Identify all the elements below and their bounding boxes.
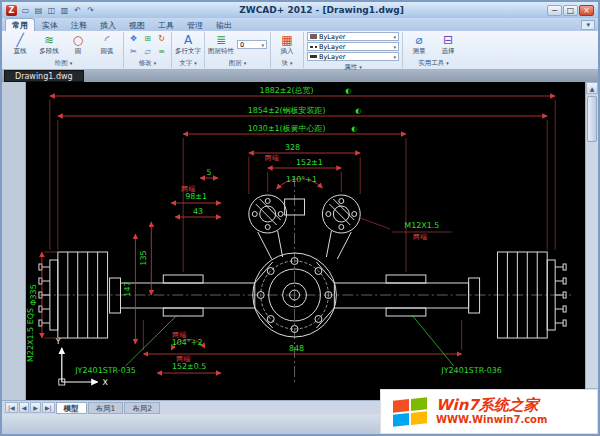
watermark-url: WWW.Winwin7.com xyxy=(436,414,547,426)
balance-symbol: ◐ xyxy=(345,87,351,95)
layer-properties-tool[interactable]: ≣ 图层特性 xyxy=(208,34,234,56)
save-file-icon[interactable]: ◫ xyxy=(46,6,57,15)
tab-model[interactable]: 模型 xyxy=(56,402,87,414)
chevron-down-icon: ▾ xyxy=(244,60,247,66)
next-layout-button[interactable]: ▶ xyxy=(30,402,41,413)
watermark: Win7系统之家 WWW.Winwin7.com xyxy=(380,389,598,434)
ribbon-group-layers: ≣ 图层特性 0 ▾ 图层▾ xyxy=(204,32,270,68)
layer-select[interactable]: 0 ▾ xyxy=(237,40,267,49)
main-area: 1882±2(总宽) ◐ 1854±2(钢板安装距) ◐ 1030±1(板簧中心… xyxy=(2,82,598,400)
color-select[interactable]: ByLayer ▾ xyxy=(307,32,399,41)
group-label-utility[interactable]: 实用工具▾ xyxy=(406,58,461,68)
dim-147: 147 xyxy=(123,281,132,296)
tab-annotate[interactable]: 注释 xyxy=(65,19,93,31)
linetype-chip xyxy=(310,46,317,48)
dim-phi335: Φ335 xyxy=(29,284,38,306)
last-layout-button[interactable]: ▶| xyxy=(42,402,55,413)
lineweight-select[interactable]: ByLayer ▾ xyxy=(307,52,399,61)
lineweight-chip xyxy=(310,55,317,58)
document-tab[interactable]: Drawing1.dwg xyxy=(4,70,84,82)
block-icon: ▦ xyxy=(281,34,292,47)
dim-43: 43 xyxy=(193,207,203,216)
mtext-tool[interactable]: A 多行文字 xyxy=(175,34,201,56)
new-file-icon[interactable]: ▭ xyxy=(20,6,31,15)
window-controls: − □ × xyxy=(547,5,594,16)
chevron-down-icon: ▾ xyxy=(446,60,449,66)
tab-home[interactable]: 常用 xyxy=(5,18,35,31)
title-bar: Z ▭ ▤ ◫ ▥ ↶ ↷ ZWCAD+ 2012 - [Drawing1.dw… xyxy=(2,2,598,18)
group-label-draw[interactable]: 绘图▾ xyxy=(7,58,120,68)
move-tool-icon[interactable]: ✥ xyxy=(127,33,140,45)
copy-tool-icon[interactable]: ⊞ xyxy=(141,33,154,45)
group-label-modify[interactable]: 修改▾ xyxy=(127,58,168,68)
first-layout-button[interactable]: |◀ xyxy=(5,402,18,413)
group-label-text[interactable]: 文字▾ xyxy=(175,58,201,68)
trim-tool-icon[interactable]: ✂ xyxy=(127,46,140,58)
minimize-button[interactable]: − xyxy=(547,5,562,16)
tab-layout2[interactable]: 布局2 xyxy=(124,402,160,414)
polyline-tool[interactable]: ≋ 多段线 xyxy=(36,34,62,56)
line-tool[interactable]: ╱ 直线 xyxy=(7,34,33,56)
close-button[interactable]: × xyxy=(579,5,594,16)
maximize-button[interactable]: □ xyxy=(563,5,578,16)
redo-icon[interactable]: ↷ xyxy=(85,6,96,15)
scrollbar-track[interactable] xyxy=(586,94,598,388)
ribbon-options-button[interactable]: ▾ xyxy=(581,20,595,30)
chevron-down-icon: ▾ xyxy=(393,34,396,40)
dim-total-width: 1882±2(总宽) xyxy=(260,86,314,95)
print-icon[interactable]: ▥ xyxy=(59,6,70,15)
scrollbar-thumb[interactable] xyxy=(587,96,597,142)
linetype-select[interactable]: ByLayer ▾ xyxy=(307,42,399,51)
note-both-ends: 两端 xyxy=(176,355,190,363)
select-tool[interactable]: ⊟ 选择 xyxy=(435,34,461,56)
ribbon-group-properties: ByLayer ▾ ByLayer ▾ ByLayer ▾ xyxy=(303,32,402,68)
measure-tool[interactable]: ⌀ 测量 xyxy=(406,34,432,56)
axle-drawing: 1882±2(总宽) ◐ 1854±2(钢板安装距) ◐ 1030±1(板簧中心… xyxy=(26,82,585,400)
centerlines xyxy=(40,176,571,384)
dim-135: 135 xyxy=(139,250,148,265)
tab-insert[interactable]: 插入 xyxy=(94,19,122,31)
tab-layout1[interactable]: 布局1 xyxy=(88,402,124,414)
dimension-lines xyxy=(42,96,555,373)
chevron-down-icon: ▾ xyxy=(393,44,396,50)
dim-m22: M22X1.5 EQS xyxy=(26,308,35,362)
tab-view[interactable]: 视图 xyxy=(123,19,151,31)
tab-manage[interactable]: 管理 xyxy=(181,19,209,31)
insert-block-tool[interactable]: ▦ 插入 xyxy=(274,34,300,56)
tab-tools[interactable]: 工具 xyxy=(152,19,180,31)
ribbon-group-text: A 多行文字 文字▾ xyxy=(171,32,204,68)
array-tool-icon[interactable]: ≡ xyxy=(155,46,168,58)
quick-access-toolbar: ▭ ▤ ◫ ▥ ↶ ↷ xyxy=(20,6,96,15)
dim-848: 848 xyxy=(289,344,304,353)
part-number-left: JY2401STR-035 xyxy=(74,366,136,375)
tab-output[interactable]: 输出 xyxy=(210,19,238,31)
group-label-layers[interactable]: 图层▾ xyxy=(208,58,267,68)
part-number-right: JY2401STR-036 xyxy=(440,366,502,375)
chevron-down-icon: ▾ xyxy=(290,60,293,66)
ucs-y-label: Y xyxy=(55,337,61,346)
circle-tool[interactable]: ○ 圆 xyxy=(65,34,91,56)
window-title: ZWCAD+ 2012 - [Drawing1.dwg] xyxy=(99,5,544,15)
watermark-title: Win7系统之家 xyxy=(436,397,547,414)
drawing-canvas[interactable]: 1882±2(总宽) ◐ 1854±2(钢板安装距) ◐ 1030±1(板簧中心… xyxy=(26,82,585,400)
select-icon: ⊟ xyxy=(443,34,453,47)
dim-spring-center: 1030±1(板簧中心距) xyxy=(248,124,326,133)
arc-tool[interactable]: ◜ 圆弧 xyxy=(94,34,120,56)
mirror-tool-icon[interactable]: ▱ xyxy=(141,46,154,58)
red-notes: 两端 两端 两端 两端 两端 xyxy=(172,154,427,363)
scroll-up-button[interactable]: ▲ xyxy=(586,82,598,94)
polyline-icon: ≋ xyxy=(44,34,54,47)
group-label-block[interactable]: 块▾ xyxy=(274,58,300,68)
dim-104deg: 104°+2 xyxy=(172,338,203,347)
zwcad-logo-icon: Z xyxy=(6,5,17,16)
rotate-tool-icon[interactable]: ↻ xyxy=(155,33,168,45)
note-both-ends: 两端 xyxy=(181,185,195,193)
tab-solid[interactable]: 实体 xyxy=(36,19,64,31)
axle-geometry xyxy=(39,195,566,338)
open-file-icon[interactable]: ▤ xyxy=(33,6,44,15)
mtext-icon: A xyxy=(184,34,192,47)
vertical-scrollbar[interactable]: ▲ ▼ xyxy=(585,82,598,400)
ribbon: ╱ 直线 ≋ 多段线 ○ 圆 ◜ 圆弧 绘图▾ xyxy=(2,31,598,70)
prev-layout-button[interactable]: ◀ xyxy=(19,402,30,413)
undo-icon[interactable]: ↶ xyxy=(72,6,83,15)
